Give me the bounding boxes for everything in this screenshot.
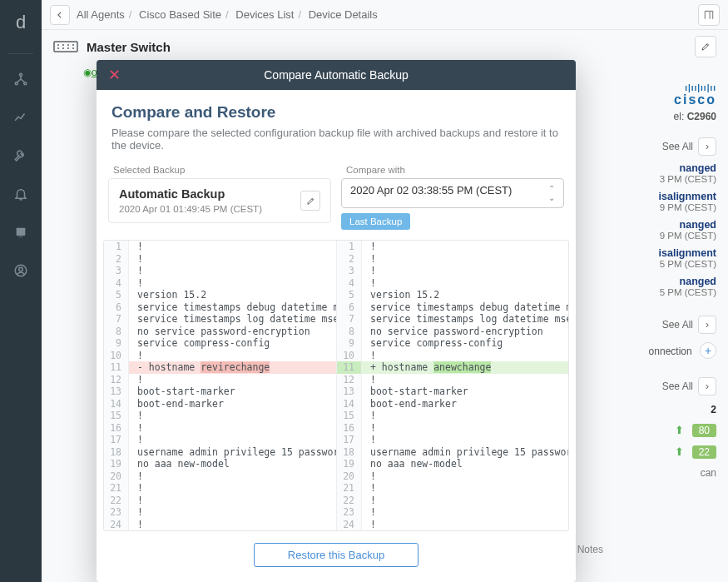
breadcrumb-item: Device Details bbox=[309, 8, 378, 21]
chevron-right-icon[interactable]: › bbox=[698, 377, 716, 395]
sidebar-tools-icon[interactable] bbox=[4, 139, 37, 172]
restore-backup-button[interactable]: Restore this Backup bbox=[254, 543, 418, 567]
see-all-link[interactable]: See All bbox=[662, 141, 693, 152]
switch-icon bbox=[53, 38, 78, 55]
sidebar-user-icon[interactable] bbox=[4, 254, 37, 287]
see-all-link[interactable]: See All bbox=[662, 381, 693, 392]
back-button[interactable] bbox=[50, 5, 70, 25]
svg-point-1 bbox=[15, 82, 17, 85]
breadcrumb-item[interactable]: Devices List bbox=[235, 8, 294, 21]
modal-subtitle: Please compare the selected configuratio… bbox=[111, 127, 561, 152]
sidebar: d bbox=[0, 0, 42, 582]
breadcrumb-item[interactable]: All Agents bbox=[77, 8, 125, 21]
status-indicator: ◉ bbox=[83, 67, 92, 78]
svg-point-0 bbox=[20, 73, 22, 76]
up-arrow-icon: ⬆ bbox=[675, 445, 684, 458]
compare-with-select[interactable]: 2020 Apr 02 03:38:55 PM (CEST) ⌃⌄ bbox=[341, 178, 564, 208]
selected-backup-label: Selected Backup bbox=[108, 160, 331, 178]
chevron-right-icon[interactable]: › bbox=[698, 316, 716, 334]
svg-point-5 bbox=[19, 267, 23, 271]
app-logo: d bbox=[8, 10, 33, 35]
sidebar-alerts-icon[interactable] bbox=[4, 177, 37, 211]
select-chevron-icon: ⌃⌄ bbox=[548, 184, 555, 202]
svg-rect-3 bbox=[17, 228, 26, 236]
right-panel: ı|ıı|ıı|ıı cisco el: C2960 See All › nan… bbox=[558, 83, 716, 479]
device-title: Master Switch bbox=[87, 40, 171, 54]
chevron-right-icon[interactable]: › bbox=[698, 137, 716, 156]
edit-selected-backup-button[interactable] bbox=[300, 191, 320, 211]
notes-label: Notes bbox=[577, 544, 603, 555]
topbar: All Agents/ Cisco Based Site/ Devices Li… bbox=[42, 0, 728, 30]
last-backup-button[interactable]: Last Backup bbox=[341, 213, 410, 230]
diff-pane-right: 1!2!3!4!5version 15.26service timestamps… bbox=[336, 241, 568, 530]
compare-with-label: Compare with bbox=[341, 160, 564, 178]
selected-backup-box: Automatic Backup 2020 Apr 01 01:49:45 PM… bbox=[108, 178, 331, 223]
sidebar-reports-icon[interactable] bbox=[4, 216, 37, 249]
sidebar-analytics-icon[interactable] bbox=[4, 101, 37, 134]
svg-point-2 bbox=[24, 82, 27, 85]
breadcrumb-item[interactable]: Cisco Based Site bbox=[139, 8, 221, 21]
diff-pane-left: 1!2!3!4!5version 15.26service timestamps… bbox=[104, 241, 336, 530]
device-header: Master Switch bbox=[42, 30, 728, 63]
diff-viewer: 1!2!3!4!5version 15.26service timestamps… bbox=[103, 240, 569, 531]
add-connection-button[interactable]: + bbox=[700, 342, 716, 359]
compare-backup-modal: ✕ Compare Automatic Backup Compare and R… bbox=[97, 60, 576, 582]
up-arrow-icon: ⬆ bbox=[675, 424, 684, 436]
see-all-link[interactable]: See All bbox=[662, 319, 693, 331]
breadcrumb: All Agents/ Cisco Based Site/ Devices Li… bbox=[77, 8, 378, 21]
vendor-logo: ı|ıı|ıı|ıı cisco bbox=[558, 83, 716, 107]
modal-title: Compare Automatic Backup bbox=[264, 68, 409, 82]
close-modal-button[interactable]: ✕ bbox=[108, 66, 121, 84]
svg-rect-6 bbox=[54, 42, 77, 52]
edit-device-button[interactable] bbox=[695, 36, 716, 57]
sidebar-topology-icon[interactable] bbox=[4, 62, 37, 96]
help-button[interactable] bbox=[698, 4, 720, 26]
modal-heading: Compare and Restore bbox=[111, 103, 561, 122]
